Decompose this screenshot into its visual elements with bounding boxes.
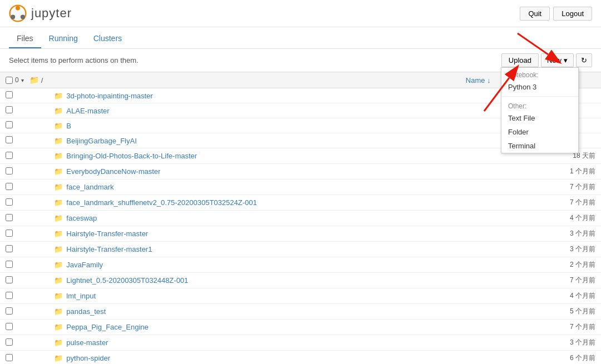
- file-link[interactable]: face_landmark: [66, 183, 114, 191]
- file-link[interactable]: Hairstyle-Transfer-master: [66, 230, 148, 238]
- notebook-section-label: Notebook:: [501, 68, 578, 80]
- row-checkbox-cell: [0, 133, 48, 148]
- file-link[interactable]: JavaFamily: [66, 261, 103, 269]
- row-name-cell: 📁Hairstyle-Transfer-master: [48, 226, 496, 242]
- file-link[interactable]: Peppa_Pig_Face_Engine: [66, 323, 148, 331]
- row-name-cell: 📁lmt_input: [48, 288, 496, 304]
- folder-icon: 📁: [54, 354, 63, 362]
- terminal-option[interactable]: Terminal: [501, 139, 578, 153]
- row-checkbox-cell: [0, 257, 48, 273]
- row-name-cell: 📁B: [48, 118, 496, 133]
- file-link[interactable]: python-spider: [66, 354, 110, 362]
- toolbar: Select items to perform actions on them.…: [0, 49, 601, 72]
- row-checkbox[interactable]: [6, 230, 13, 237]
- table-row: 📁faceswap4 个月前: [0, 211, 601, 226]
- table-row: 📁Peppa_Pig_Face_Engine7 个月前: [0, 320, 601, 335]
- row-name-cell: 📁BeijingGarbage_FlyAI: [48, 133, 496, 148]
- folder-icon: 📁: [54, 292, 63, 300]
- file-link[interactable]: Bringing-Old-Photos-Back-to-Life-master: [66, 152, 197, 160]
- svg-point-3: [11, 14, 15, 19]
- tab-clusters[interactable]: Clusters: [86, 29, 130, 48]
- file-link[interactable]: B: [66, 122, 71, 130]
- other-section-label: Other:: [501, 99, 578, 111]
- row-checkbox[interactable]: [6, 198, 13, 206]
- row-name-cell: 📁ALAE-master: [48, 103, 496, 118]
- new-button[interactable]: New ▾: [541, 53, 574, 67]
- file-link[interactable]: EverybodyDanceNow-master: [66, 167, 160, 176]
- row-name-cell: 📁Peppa_Pig_Face_Engine: [48, 320, 496, 335]
- folder-icon: 📁: [54, 137, 63, 145]
- name-column-header[interactable]: Name ↓: [48, 72, 496, 88]
- file-link[interactable]: faceswap: [66, 214, 97, 222]
- logout-button[interactable]: Logout: [553, 7, 592, 21]
- tab-files[interactable]: Files: [9, 29, 41, 48]
- file-link[interactable]: pandas_test: [66, 307, 106, 316]
- folder-option[interactable]: Folder: [501, 125, 578, 139]
- row-checkbox-cell: [0, 242, 48, 257]
- jupyter-logo-icon: [9, 4, 27, 22]
- row-checkbox[interactable]: [6, 136, 13, 143]
- folder-icon: 📁: [54, 230, 63, 238]
- row-checkbox[interactable]: [6, 338, 13, 346]
- table-row: 📁face_landmark7 个月前: [0, 179, 601, 195]
- file-link[interactable]: Lightnet_0.5-20200305T032448Z-001: [66, 276, 188, 285]
- row-checkbox-cell: [0, 148, 48, 164]
- refresh-button[interactable]: ↻: [576, 53, 592, 67]
- file-link[interactable]: lmt_input: [66, 292, 96, 300]
- row-checkbox[interactable]: [6, 323, 13, 330]
- python3-option[interactable]: Python 3: [501, 80, 578, 94]
- row-checkbox[interactable]: [6, 121, 13, 128]
- row-checkbox[interactable]: [6, 167, 13, 174]
- row-checkbox[interactable]: [6, 261, 13, 268]
- row-name-cell: 📁pulse-master: [48, 335, 496, 351]
- table-row: 📁Hairstyle-Transfer-master3 个月前: [0, 226, 601, 242]
- row-time-cell: 4 个月前: [496, 288, 601, 304]
- table-row: 📁python-spider6 个月前: [0, 351, 601, 365]
- folder-icon: 📁: [54, 167, 63, 176]
- svg-point-2: [21, 14, 25, 19]
- row-time-cell: 3 个月前: [496, 226, 601, 242]
- row-checkbox-cell: [0, 304, 48, 320]
- row-time-cell: 7 个月前: [496, 273, 601, 288]
- row-checkbox[interactable]: [6, 354, 13, 361]
- file-link[interactable]: pulse-master: [66, 338, 108, 347]
- folder-icon: 📁: [54, 183, 63, 191]
- row-time-cell: 4 个月前: [496, 211, 601, 226]
- row-checkbox-cell: [0, 288, 48, 304]
- select-arrow-icon: ▾: [21, 77, 24, 83]
- upload-button[interactable]: Upload: [501, 53, 539, 67]
- row-checkbox[interactable]: [6, 152, 13, 159]
- svg-point-1: [16, 6, 20, 10]
- select-all-checkbox[interactable]: [6, 77, 13, 84]
- file-link[interactable]: Hairstyle-Transfer-master1: [66, 245, 152, 253]
- select-hint: Select items to perform actions on them.: [9, 56, 139, 64]
- select-all-header: 0 ▾ 📁 /: [0, 72, 48, 88]
- file-link[interactable]: ALAE-master: [66, 107, 109, 115]
- text-file-option[interactable]: Text File: [501, 111, 578, 125]
- folder-icon: 📁: [54, 338, 63, 347]
- row-checkbox-cell: [0, 226, 48, 242]
- tab-running[interactable]: Running: [41, 29, 86, 48]
- file-link[interactable]: BeijingGarbage_FlyAI: [66, 137, 136, 145]
- row-checkbox[interactable]: [6, 276, 13, 283]
- row-checkbox[interactable]: [6, 91, 13, 98]
- row-checkbox[interactable]: [6, 183, 13, 190]
- row-checkbox[interactable]: [6, 245, 13, 252]
- row-checkbox[interactable]: [6, 292, 13, 299]
- row-checkbox-cell: [0, 335, 48, 351]
- row-name-cell: 📁EverybodyDanceNow-master: [48, 164, 496, 179]
- row-checkbox-cell: [0, 179, 48, 195]
- file-link[interactable]: 3d-photo-inpainting-master: [66, 92, 152, 100]
- row-checkbox[interactable]: [6, 307, 13, 315]
- row-name-cell: 📁face_landmark_shufflenetv2_0.75-2020030…: [48, 195, 496, 211]
- row-name-cell: 📁Hairstyle-Transfer-master1: [48, 242, 496, 257]
- breadcrumb-path: /: [41, 76, 43, 84]
- table-row: 📁Hairstyle-Transfer-master13 个月前: [0, 242, 601, 257]
- row-checkbox[interactable]: [6, 106, 13, 113]
- folder-icon: 📁: [54, 323, 63, 331]
- row-checkbox-cell: [0, 195, 48, 211]
- quit-button[interactable]: Quit: [520, 7, 550, 21]
- row-name-cell: 📁Lightnet_0.5-20200305T032448Z-001: [48, 273, 496, 288]
- row-checkbox[interactable]: [6, 214, 13, 221]
- file-link[interactable]: face_landmark_shufflenetv2_0.75-20200305…: [66, 198, 257, 207]
